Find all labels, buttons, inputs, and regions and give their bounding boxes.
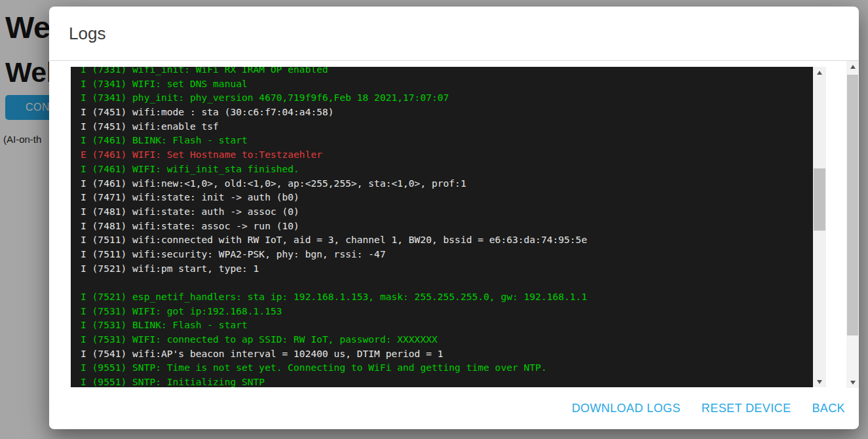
scroll-down-icon — [817, 380, 822, 384]
log-line: I (7471) wifi:state: init -> auth (b0) — [81, 190, 813, 204]
log-line: E (7461) WIFI: Set Hostname to:Testzaehl… — [81, 147, 813, 162]
dialog-header: Logs — [49, 7, 859, 61]
log-line: I (7511) wifi:security: WPA2-PSK, phy: b… — [81, 247, 813, 261]
dialog-content: I (7331) wifi_init: WiFi RX IRAM OP enab… — [49, 61, 859, 388]
log-line: I (7511) wifi:connected with RW IoT, aid… — [81, 233, 813, 247]
dialog-title: Logs — [69, 24, 105, 44]
log-line: I (7331) wifi_init: WiFi RX IRAM OP enab… — [81, 67, 813, 77]
scroll-down-icon — [850, 381, 856, 385]
log-line: I (7541) wifi:AP's beacon interval = 102… — [81, 347, 813, 361]
log-line: I (7341) WIFI: set DNS manual — [81, 77, 813, 91]
log-line: I (7481) wifi:state: assoc -> run (10) — [81, 219, 813, 233]
log-line: I (7531) WIFI: got ip:192.168.1.153 — [81, 304, 813, 318]
dialog-scroll-down-button[interactable] — [846, 377, 859, 388]
dialog-scrollbar-thumb[interactable] — [847, 75, 858, 335]
log-line: I (7521) esp_netif_handlers: sta ip: 192… — [81, 290, 813, 304]
log-line: I (9551) SNTP: Initializing SNTP — [81, 375, 813, 387]
log-scroll-up-button[interactable] — [813, 67, 826, 78]
reset-device-button[interactable]: RESET DEVICE — [702, 402, 791, 415]
log-line: I (7341) phy_init: phy_version 4670,719f… — [81, 90, 813, 105]
log-line: I (7461) BLINK: Flash - start — [81, 133, 813, 147]
scroll-up-icon — [850, 65, 856, 69]
log-line: I (7451) wifi:enable tsf — [81, 119, 813, 134]
log-scroll-down-button[interactable] — [813, 376, 826, 387]
log-console[interactable]: I (7331) wifi_init: WiFi RX IRAM OP enab… — [71, 67, 826, 387]
logs-dialog: Logs I (7331) wifi_init: WiFi RX IRAM OP… — [49, 7, 859, 429]
log-line: I (7451) wifi:mode : sta (30:c6:f7:04:a4… — [81, 105, 813, 119]
log-line: I (9551) SNTP: Time is not set yet. Conn… — [81, 360, 813, 375]
dialog-scroll-up-button[interactable] — [846, 61, 859, 72]
log-line: I (7481) wifi:state: auth -> assoc (0) — [81, 204, 813, 219]
page: We Web CON (AI-on-th Logs I (7331) wifi_… — [0, 0, 868, 439]
log-line: I (7531) BLINK: Flash - start — [81, 318, 813, 332]
dialog-footer: DOWNLOAD LOGS RESET DEVICE BACK — [49, 388, 859, 429]
log-scrollbar[interactable] — [813, 67, 826, 387]
log-line: I (7521) wifi:pm start, type: 1 — [81, 261, 813, 276]
log-scrollbar-thumb[interactable] — [814, 168, 825, 231]
log-line: I (7461) WIFI: wifi_init_sta finished. — [81, 162, 813, 176]
log-line — [81, 275, 813, 290]
download-logs-button[interactable]: DOWNLOAD LOGS — [572, 402, 681, 415]
scroll-up-icon — [817, 71, 822, 75]
log-line: I (7531) WIFI: connected to ap SSID: RW … — [81, 332, 813, 347]
dialog-scrollbar[interactable] — [846, 61, 859, 388]
log-lines-container: I (7331) wifi_init: WiFi RX IRAM OP enab… — [71, 67, 813, 387]
back-button[interactable]: BACK — [812, 402, 845, 415]
log-line: I (7461) wifi:new:<1,0>, old:<1,0>, ap:<… — [81, 176, 813, 191]
